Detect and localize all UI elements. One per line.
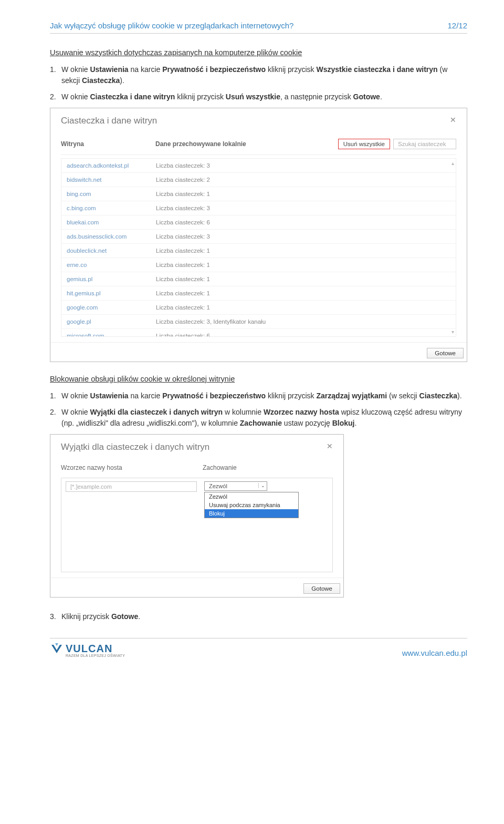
row-data: Liczba ciasteczek: 6	[156, 333, 450, 337]
row-site: bing.com	[67, 191, 156, 197]
row-site: doubleclick.net	[67, 248, 156, 254]
row-site: bluekai.com	[67, 219, 156, 225]
row-site: google.com	[67, 304, 156, 311]
table-row[interactable]: gemius.plLiczba ciasteczek: 1	[61, 272, 456, 286]
row-data: Liczba ciasteczek: 1	[156, 248, 450, 254]
header-page-num: 12/12	[447, 21, 467, 30]
vulcan-logo: VULCAN RAZEM DLA LEPSZEJ OŚWIATY	[50, 643, 125, 657]
step-number: 1.	[50, 64, 61, 86]
header-title: Jak wyłączyć obsługę plików cookie w prz…	[50, 21, 293, 30]
row-site: hit.gemius.pl	[67, 290, 156, 296]
table-row[interactable]: c.bing.comLiczba ciasteczek: 3	[61, 201, 456, 215]
chevron-down-icon: ⌄	[258, 483, 265, 488]
row-site: google.pl	[67, 318, 156, 325]
row-site: erne.co	[67, 262, 156, 268]
dialog-title: Wyjątki dla ciasteczek i danych witryn	[61, 442, 333, 452]
row-data: Liczba ciasteczek: 1	[156, 191, 450, 197]
page-footer: VULCAN RAZEM DLA LEPSZEJ OŚWIATY www.vul…	[50, 638, 467, 657]
table-row[interactable]: bluekai.comLiczba ciasteczek: 6	[61, 215, 456, 230]
remove-all-button[interactable]: Usuń wszystkie	[338, 139, 390, 149]
step-number: 1.	[50, 390, 61, 401]
section2-step1: 1. W oknie Ustawienia na karcie Prywatno…	[50, 390, 467, 401]
done-button[interactable]: Gotowe	[427, 348, 464, 358]
logo-tagline: RAZEM DLA LEPSZEJ OŚWIATY	[66, 654, 125, 657]
row-data: Liczba ciasteczek: 2	[156, 177, 450, 183]
footer-url: www.vulcan.edu.pl	[402, 648, 467, 657]
step-text: W oknie Ustawienia na karcie Prywatność …	[61, 64, 467, 86]
table-row[interactable]: erne.coLiczba ciasteczek: 1	[61, 258, 456, 272]
search-cookies-input[interactable]: Szukaj ciasteczek	[393, 139, 456, 149]
dropdown-option[interactable]: Zezwól	[205, 492, 298, 501]
step-number: 2.	[50, 91, 61, 102]
close-icon[interactable]: ✕	[327, 442, 333, 450]
section1-step2: 2. W oknie Ciasteczka i dane witryn klik…	[50, 91, 467, 102]
section1-title: Usuwanie wszystkich dotychczas zapisanyc…	[50, 48, 467, 57]
row-data: Liczba ciasteczek: 3	[156, 233, 450, 240]
row-data: Liczba ciasteczek: 1	[156, 290, 450, 296]
step-text: W oknie Ustawienia na karcie Prywatność …	[61, 390, 467, 401]
row-site: bidswitch.net	[67, 177, 156, 183]
close-icon[interactable]: ✕	[450, 116, 456, 124]
behavior-select[interactable]: Zezwól ⌄	[204, 481, 267, 491]
table-row[interactable]: google.comLiczba ciasteczek: 1	[61, 301, 456, 315]
table-row[interactable]: adsearch.adkontekst.plLiczba ciasteczek:…	[61, 159, 456, 173]
col-header-behavior: Zachowanie	[203, 464, 237, 471]
section2-title: Blokowanie obsługi plików cookie w okreś…	[50, 375, 467, 383]
dialog-title: Ciasteczka i dane witryn	[61, 116, 456, 126]
row-site: ads.businessclick.com	[67, 233, 156, 240]
section1-step1: 1. W oknie Ustawienia na karcie Prywatno…	[50, 64, 467, 86]
row-site: microsoft.com	[67, 333, 156, 337]
table-row[interactable]: doubleclick.netLiczba ciasteczek: 1	[61, 244, 456, 258]
cookies-table: ▴ adsearch.adkontekst.plLiczba ciastecze…	[61, 158, 456, 337]
row-site: c.bing.com	[67, 205, 156, 211]
row-data: Liczba ciasteczek: 1	[156, 304, 450, 311]
screenshot-cookies-dialog: ✕ Ciasteczka i dane witryn Witryna Dane …	[50, 108, 467, 362]
section2-step2: 2. W oknie Wyjątki dla ciasteczek i dany…	[50, 407, 467, 429]
behavior-selected: Zezwól	[209, 483, 227, 489]
row-site: gemius.pl	[67, 276, 156, 282]
row-data: Liczba ciasteczek: 3	[156, 205, 450, 211]
dropdown-option-selected[interactable]: Blokuj	[205, 509, 298, 518]
step3: 3. Kliknij przycisk Gotowe.	[50, 611, 467, 622]
scroll-up-icon[interactable]: ▴	[452, 160, 454, 166]
table-row[interactable]: microsoft.comLiczba ciasteczek: 6	[61, 329, 456, 337]
col-header-host: Wzorzec nazwy hosta	[61, 464, 203, 471]
logo-icon	[50, 643, 64, 655]
dropdown-option[interactable]: Usuwaj podczas zamykania	[205, 501, 298, 509]
exceptions-body: [*.]example.com Zezwól ⌄ Zezwól Usuwaj p…	[61, 478, 333, 572]
table-row[interactable]: hit.gemius.plLiczba ciasteczek: 1	[61, 286, 456, 301]
step-number: 2.	[50, 407, 61, 429]
row-data: Liczba ciasteczek: 3, Identyfikator kana…	[156, 318, 450, 325]
behavior-dropdown: Zezwól Usuwaj podczas zamykania Blokuj	[204, 492, 299, 518]
step-number: 3.	[50, 611, 61, 622]
table-row[interactable]: ads.businessclick.comLiczba ciasteczek: …	[61, 230, 456, 244]
row-data: Liczba ciasteczek: 3	[156, 162, 450, 169]
step-text: W oknie Ciasteczka i dane witryn kliknij…	[61, 91, 467, 102]
col-header-data: Dane przechowywane lokalnie	[155, 140, 338, 148]
screenshot-exceptions-dialog: ✕ Wyjątki dla ciasteczek i danych witryn…	[50, 434, 344, 598]
scroll-down-icon[interactable]: ▾	[452, 329, 454, 335]
row-data: Liczba ciasteczek: 1	[156, 276, 450, 282]
table-row[interactable]: bidswitch.netLiczba ciasteczek: 2	[61, 173, 456, 187]
table-row[interactable]: bing.comLiczba ciasteczek: 1	[61, 187, 456, 201]
step-text: W oknie Wyjątki dla ciasteczek i danych …	[61, 407, 467, 429]
step-text: Kliknij przycisk Gotowe.	[61, 611, 467, 622]
col-header-site: Witryna	[61, 140, 155, 148]
row-data: Liczba ciasteczek: 6	[156, 219, 450, 225]
row-site: adsearch.adkontekst.pl	[67, 162, 156, 169]
done-button[interactable]: Gotowe	[303, 583, 340, 594]
page-header: Jak wyłączyć obsługę plików cookie w prz…	[50, 21, 467, 34]
row-data: Liczba ciasteczek: 1	[156, 262, 450, 268]
host-pattern-input[interactable]: [*.]example.com	[66, 481, 197, 492]
logo-text: VULCAN	[66, 643, 112, 655]
table-row[interactable]: google.plLiczba ciasteczek: 3, Identyfik…	[61, 315, 456, 329]
